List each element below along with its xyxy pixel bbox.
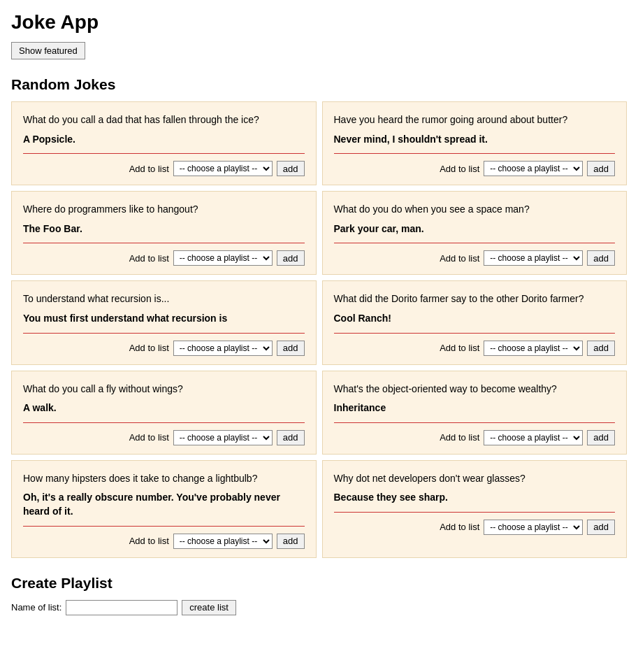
random-jokes-heading: Random Jokes bbox=[11, 76, 627, 93]
joke-card-3: Where do programmers like to hangout?The… bbox=[11, 191, 317, 275]
joke-question: Why dot net developers don't wear glasse… bbox=[334, 472, 616, 486]
playlist-select[interactable]: -- choose a playlist -- bbox=[173, 341, 273, 356]
add-to-list-row: Add to list-- choose a playlist --add bbox=[334, 430, 616, 445]
joke-card-2: Have you heard the rumor going around ab… bbox=[322, 101, 628, 185]
playlist-select[interactable]: -- choose a playlist -- bbox=[484, 341, 583, 356]
add-to-list-label: Add to list bbox=[129, 432, 169, 443]
joke-question: What do you call a fly without wings? bbox=[23, 383, 305, 396]
playlist-select[interactable]: -- choose a playlist -- bbox=[173, 250, 273, 266]
joke-card-7: What do you call a fly without wings?A w… bbox=[11, 371, 317, 455]
joke-question: What did the Dorito farmer say to the ot… bbox=[334, 292, 616, 306]
add-to-playlist-button[interactable]: add bbox=[587, 161, 615, 176]
add-to-list-row: Add to list-- choose a playlist --add bbox=[23, 341, 305, 356]
joke-answer: A walk. bbox=[23, 401, 305, 415]
name-of-list-label: Name of list: bbox=[11, 602, 61, 613]
add-to-playlist-button[interactable]: add bbox=[277, 430, 305, 445]
add-to-list-row: Add to list-- choose a playlist --add bbox=[23, 250, 305, 266]
playlist-select[interactable]: -- choose a playlist -- bbox=[484, 161, 583, 176]
add-to-list-label: Add to list bbox=[440, 522, 479, 532]
joke-answer: Oh, it's a really obscure number. You've… bbox=[23, 491, 305, 518]
joke-divider bbox=[23, 526, 305, 527]
add-to-playlist-button[interactable]: add bbox=[587, 341, 615, 356]
playlist-name-input[interactable] bbox=[66, 600, 177, 615]
add-to-playlist-button[interactable]: add bbox=[277, 161, 305, 176]
add-to-playlist-button[interactable]: add bbox=[277, 534, 305, 549]
joke-divider bbox=[334, 243, 616, 243]
add-to-list-label: Add to list bbox=[440, 432, 479, 443]
add-to-list-row: Add to list-- choose a playlist --add bbox=[23, 534, 305, 549]
playlist-select[interactable]: -- choose a playlist -- bbox=[173, 534, 273, 549]
add-to-list-row: Add to list-- choose a playlist --add bbox=[23, 430, 305, 445]
joke-answer: Park your car, man. bbox=[334, 222, 616, 236]
add-to-list-row: Add to list-- choose a playlist --add bbox=[334, 250, 616, 266]
joke-divider bbox=[23, 422, 305, 423]
add-to-playlist-button[interactable]: add bbox=[587, 430, 615, 445]
create-playlist-section: Create Playlist Name of list: create lis… bbox=[11, 575, 627, 615]
playlist-select[interactable]: -- choose a playlist -- bbox=[173, 430, 273, 445]
joke-card-5: To understand what recursion is...You mu… bbox=[11, 280, 317, 364]
add-to-list-row: Add to list-- choose a playlist --add bbox=[334, 520, 616, 535]
add-to-list-label: Add to list bbox=[440, 164, 479, 174]
joke-card-1: What do you call a dad that has fallen t… bbox=[11, 101, 317, 185]
playlist-select[interactable]: -- choose a playlist -- bbox=[484, 520, 583, 535]
add-to-list-label: Add to list bbox=[129, 164, 169, 174]
joke-answer: You must first understand what recursion… bbox=[23, 312, 305, 326]
joke-answer: Never mind, I shouldn't spread it. bbox=[334, 133, 616, 147]
add-to-list-label: Add to list bbox=[129, 536, 169, 546]
joke-answer: The Foo Bar. bbox=[23, 222, 305, 236]
joke-question: What do you do when you see a space man? bbox=[334, 203, 616, 217]
add-to-list-label: Add to list bbox=[129, 343, 169, 353]
joke-answer: Cool Ranch! bbox=[334, 312, 616, 326]
jokes-grid: What do you call a dad that has fallen t… bbox=[11, 101, 627, 558]
add-to-playlist-button[interactable]: add bbox=[587, 520, 615, 535]
create-form: Name of list: create list bbox=[11, 600, 627, 615]
add-to-list-label: Add to list bbox=[440, 253, 479, 264]
joke-divider bbox=[334, 422, 616, 423]
joke-divider bbox=[23, 243, 305, 243]
joke-card-4: What do you do when you see a space man?… bbox=[322, 191, 628, 275]
create-list-button[interactable]: create list bbox=[182, 600, 236, 615]
joke-card-10: Why dot net developers don't wear glasse… bbox=[322, 460, 628, 558]
add-to-playlist-button[interactable]: add bbox=[277, 250, 305, 266]
joke-divider bbox=[334, 333, 616, 334]
playlist-select[interactable]: -- choose a playlist -- bbox=[484, 430, 583, 445]
joke-divider bbox=[334, 153, 616, 154]
joke-answer: A Popsicle. bbox=[23, 133, 305, 147]
add-to-list-row: Add to list-- choose a playlist --add bbox=[23, 161, 305, 176]
show-featured-button[interactable]: Show featured bbox=[11, 42, 85, 59]
joke-question: To understand what recursion is... bbox=[23, 292, 305, 306]
joke-question: What's the object-oriented way to become… bbox=[334, 383, 616, 396]
app-title: Joke App bbox=[11, 11, 627, 34]
joke-question: How many hipsters does it take to change… bbox=[23, 472, 305, 486]
add-to-playlist-button[interactable]: add bbox=[587, 250, 615, 266]
joke-divider bbox=[334, 512, 616, 513]
joke-question: Have you heard the rumor going around ab… bbox=[334, 113, 616, 127]
playlist-select[interactable]: -- choose a playlist -- bbox=[173, 161, 273, 176]
joke-card-6: What did the Dorito farmer say to the ot… bbox=[322, 280, 628, 364]
joke-answer: Inheritance bbox=[334, 401, 616, 415]
add-to-playlist-button[interactable]: add bbox=[277, 341, 305, 356]
joke-divider bbox=[23, 153, 305, 154]
joke-divider bbox=[23, 333, 305, 334]
create-playlist-heading: Create Playlist bbox=[11, 575, 627, 592]
add-to-list-row: Add to list-- choose a playlist --add bbox=[334, 341, 616, 356]
joke-card-9: How many hipsters does it take to change… bbox=[11, 460, 317, 558]
add-to-list-row: Add to list-- choose a playlist --add bbox=[334, 161, 616, 176]
add-to-list-label: Add to list bbox=[440, 343, 479, 353]
joke-card-8: What's the object-oriented way to become… bbox=[322, 371, 628, 455]
joke-answer: Because they see sharp. bbox=[334, 491, 616, 505]
joke-question: Where do programmers like to hangout? bbox=[23, 203, 305, 217]
add-to-list-label: Add to list bbox=[129, 253, 169, 264]
playlist-select[interactable]: -- choose a playlist -- bbox=[484, 250, 583, 266]
joke-question: What do you call a dad that has fallen t… bbox=[23, 113, 305, 127]
